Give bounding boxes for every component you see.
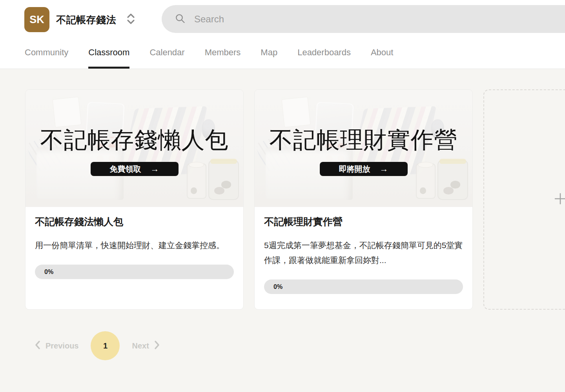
- header: SK 不記帳存錢法 Community Classroom Calendar: [0, 0, 565, 69]
- community-switcher-button[interactable]: [126, 13, 135, 27]
- chevron-up-down-icon: [126, 13, 135, 27]
- tab-classroom[interactable]: Classroom: [88, 47, 129, 69]
- header-top-row: SK 不記帳存錢法: [0, 0, 565, 39]
- plus-icon: [554, 192, 565, 207]
- chevron-right-icon: [154, 340, 160, 352]
- community-name[interactable]: 不記帳存錢法: [56, 13, 116, 26]
- tab-calendar[interactable]: Calendar: [149, 47, 184, 69]
- course-progress-bar: 0%: [264, 279, 463, 294]
- previous-page-button[interactable]: Previous: [35, 340, 78, 352]
- chevron-left-icon: [35, 340, 40, 352]
- course-title: 不記帳存錢法懶人包: [35, 215, 234, 228]
- progress-label: 0%: [44, 269, 53, 276]
- classroom-content: 不記帳存錢懶人包 免費領取 → 不記帳存錢法懶人包 用一份簡單清單，快速開始理財…: [0, 89, 565, 360]
- search-input[interactable]: [194, 14, 430, 25]
- next-page-button[interactable]: Next: [132, 340, 160, 352]
- search-icon: [175, 13, 186, 25]
- add-course-placeholder[interactable]: [483, 89, 565, 310]
- cta-label: 免費領取: [110, 164, 141, 174]
- cta-label: 即將開放: [339, 164, 370, 174]
- tab-leaderboards[interactable]: Leaderboards: [297, 47, 351, 69]
- free-claim-button[interactable]: 免費領取 →: [91, 162, 179, 176]
- course-cover: 不記帳理財實作營 即將開放 →: [255, 90, 472, 207]
- community-nav-tabs: Community Classroom Calendar Members Map…: [25, 47, 393, 69]
- arrow-right-icon: →: [380, 165, 388, 173]
- course-card-bootcamp[interactable]: 不記帳理財實作營 即將開放 → 不記帳理財實作營 5週完成第一筆夢想基金，不記帳…: [254, 89, 473, 310]
- tab-map[interactable]: Map: [261, 47, 277, 69]
- next-label: Next: [132, 341, 149, 350]
- cover-title: 不記帳存錢懶人包: [26, 128, 243, 152]
- course-card-lazy-pack[interactable]: 不記帳存錢懶人包 免費領取 → 不記帳存錢法懶人包 用一份簡單清單，快速開始理財…: [25, 89, 244, 310]
- course-card-body: 不記帳存錢法懶人包 用一份簡單清單，快速開始理財、建立金錢掌控感。 0%: [26, 207, 243, 279]
- course-progress-bar: 0%: [35, 265, 234, 279]
- course-cover: 不記帳存錢懶人包 免費領取 →: [26, 90, 243, 207]
- tab-members[interactable]: Members: [205, 47, 241, 69]
- course-card-body: 不記帳理財實作營 5週完成第一筆夢想基金，不記帳存錢簡單可見的5堂實作課，跟著做…: [255, 207, 472, 294]
- progress-label: 0%: [273, 283, 282, 290]
- course-description: 用一份簡單清單，快速開始理財、建立金錢掌控感。: [35, 238, 234, 253]
- search-bar[interactable]: [162, 5, 565, 33]
- coming-soon-button[interactable]: 即將開放 →: [320, 162, 408, 176]
- course-description: 5週完成第一筆夢想基金，不記帳存錢簡單可見的5堂實作課，跟著做就能重新拿回妳對.…: [264, 238, 463, 268]
- tab-about[interactable]: About: [371, 47, 394, 69]
- community-avatar[interactable]: SK: [24, 7, 49, 32]
- tab-community[interactable]: Community: [25, 47, 68, 69]
- cover-title: 不記帳理財實作營: [255, 128, 472, 152]
- course-title: 不記帳理財實作營: [264, 215, 463, 228]
- previous-label: Previous: [46, 341, 78, 350]
- arrow-right-icon: →: [151, 165, 159, 173]
- page-number-1[interactable]: 1: [91, 331, 120, 360]
- pagination: Previous 1 Next: [35, 331, 565, 360]
- course-card-list: 不記帳存錢懶人包 免費領取 → 不記帳存錢法懶人包 用一份簡單清單，快速開始理財…: [25, 89, 565, 310]
